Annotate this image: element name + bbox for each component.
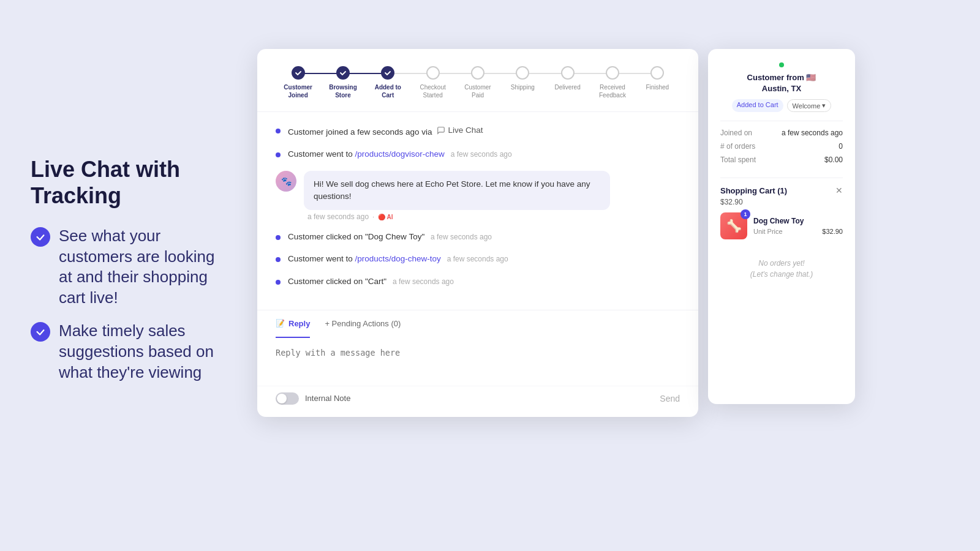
ai-message-row: 🐾 Hi! We sell dog chews here at Echo Pet… (276, 171, 680, 222)
step-customer-joined: CustomerJoined (276, 66, 320, 99)
step-circle-5 (471, 66, 484, 80)
joined-value: a few seconds ago (782, 129, 843, 137)
right-panel: Customer from 🇺🇸Austin, TX Added to Cart… (708, 49, 855, 404)
no-orders-line1: No orders yet! (720, 258, 843, 269)
spent-value: $0.00 (824, 156, 843, 164)
step-label-3: Added toCart (375, 83, 401, 99)
cart-item: 🦴 1 Dog Chew Toy Unit Price $32.90 (720, 212, 843, 239)
messages-area: Customer joined a few seconds ago via Li… (257, 112, 698, 310)
activity-dot-2 (276, 152, 281, 157)
chat-panel: CustomerJoined BrowsingStore (257, 49, 698, 417)
product-link-2[interactable]: /products/dog-chew-toy (355, 254, 441, 263)
activity-dot-4 (276, 257, 281, 262)
activity-dot-5 (276, 280, 281, 285)
main-area: CustomerJoined BrowsingStore (257, 0, 980, 551)
customer-location: Customer from 🇺🇸Austin, TX (720, 72, 843, 94)
tab-reply[interactable]: 📝 Reply (276, 310, 310, 338)
activity-text-3: Customer clicked on "Dog Chew Toy" a few… (288, 231, 492, 243)
ai-avatar: 🐾 (276, 171, 296, 192)
internal-note-label: Internal Note (305, 394, 350, 403)
activity-dot-3 (276, 235, 281, 240)
feature-item-1: See what your customers are looking at a… (31, 226, 227, 309)
stat-joined: Joined on a few seconds ago (720, 129, 843, 137)
step-label-1: CustomerJoined (284, 83, 312, 99)
orders-label: # of orders (720, 142, 755, 151)
step-browsing-store: BrowsingStore (320, 66, 365, 99)
step-added-to-cart: Added toCart (366, 66, 410, 99)
orders-value: 0 (839, 142, 843, 151)
cart-header: Shopping Cart (1) ✕ (720, 186, 843, 195)
step-circle-2 (336, 66, 350, 80)
reply-textarea[interactable] (276, 348, 680, 378)
step-label-8: ReceivedFeedback (599, 83, 626, 99)
page-title: Live Chat with Tracking (31, 156, 227, 209)
activity-text-1: Customer joined a few seconds ago via Li… (288, 124, 483, 138)
step-label-9: Finished (646, 83, 669, 91)
internal-note-toggle: Internal Note (276, 392, 350, 405)
activity-product-1: Customer went to /products/dogvisor-chew… (276, 148, 680, 160)
step-received-feedback: ReceivedFeedback (590, 66, 635, 99)
product-link-1[interactable]: /products/dogvisor-chew (355, 149, 445, 159)
tab-pending-actions[interactable]: + Pending Actions (0) (325, 310, 401, 338)
step-delivered: Delivered (545, 66, 590, 91)
customer-stats: Joined on a few seconds ago # of orders … (720, 121, 843, 169)
feature-item-2: Make timely sales suggestions based on w… (31, 321, 227, 383)
reply-tabs: 📝 Reply + Pending Actions (0) (257, 310, 698, 338)
ai-badge: 🔴 AI (378, 214, 393, 220)
activity-click-cart: Customer clicked on "Cart" a few seconds… (276, 276, 680, 288)
step-circle-3 (381, 66, 394, 80)
toggle-knob (277, 394, 287, 403)
step-shipping: Shipping (500, 66, 545, 91)
step-label-4: CheckoutStarted (420, 83, 446, 99)
ai-bubble-text: Hi! We sell dog chews here at Echo Pet S… (314, 178, 600, 203)
step-circle-4 (426, 66, 440, 80)
shopping-cart-section: Shopping Cart (1) ✕ $32.90 🦴 1 Dog Chew … (720, 178, 843, 239)
stat-spent: Total spent $0.00 (720, 156, 843, 164)
progress-bar-container: CustomerJoined BrowsingStore (257, 49, 698, 112)
step-label-6: Shipping (511, 83, 535, 91)
activity-joined: Customer joined a few seconds ago via Li… (276, 124, 680, 138)
check-icon-1 (31, 227, 50, 247)
feature-list: See what your customers are looking at a… (31, 226, 227, 383)
step-circle-8 (606, 66, 619, 80)
step-circle-1 (292, 66, 305, 80)
cart-total: $32.90 (720, 198, 843, 206)
unit-price-label: Unit Price (753, 228, 783, 235)
no-orders-line2: (Let's change that.) (720, 269, 843, 280)
product-price-row: Unit Price $32.90 (753, 228, 843, 235)
reply-input-area (257, 338, 698, 386)
check-icon-2 (31, 322, 50, 342)
step-label-7: Delivered (555, 83, 581, 91)
activity-dot-1 (276, 129, 281, 133)
send-button[interactable]: Send (660, 394, 680, 403)
step-label-2: BrowsingStore (329, 83, 357, 99)
tag-welcome: Welcome ▾ (787, 99, 832, 112)
unit-price-value: $32.90 (822, 228, 843, 235)
stat-orders: # of orders 0 (720, 142, 843, 151)
product-info: Dog Chew Toy Unit Price $32.90 (753, 217, 843, 235)
spent-label: Total spent (720, 156, 756, 164)
step-finished: Finished (635, 66, 680, 91)
no-orders-section: No orders yet! (Let's change that.) (720, 258, 843, 280)
product-name: Dog Chew Toy (753, 217, 843, 225)
chevron-down-icon-cart[interactable]: ✕ (835, 186, 843, 195)
internal-note-switch[interactable] (276, 392, 299, 405)
reply-footer: Internal Note Send (257, 386, 698, 417)
step-checkout-started: CheckoutStarted (410, 66, 455, 99)
ai-message-meta: a few seconds ago · 🔴 AI (304, 212, 610, 221)
customer-online-dot (779, 62, 784, 67)
feature-text-2: Make timely sales suggestions based on w… (59, 321, 227, 383)
step-customer-paid: CustomerPaid (455, 66, 500, 99)
activity-text-4: Customer went to /products/dog-chew-toy … (288, 253, 508, 265)
activity-product-2: Customer went to /products/dog-chew-toy … (276, 253, 680, 265)
tag-added-to-cart: Added to Cart (732, 99, 783, 112)
progress-steps: CustomerJoined BrowsingStore (276, 66, 680, 99)
chevron-down-icon: ▾ (822, 102, 826, 110)
product-thumbnail: 🦴 1 (720, 212, 747, 239)
joined-label: Joined on (720, 129, 752, 137)
feature-text-1: See what your customers are looking at a… (59, 226, 227, 309)
step-circle-9 (650, 66, 664, 80)
left-panel: Live Chat with Tracking See what your cu… (0, 119, 257, 432)
product-quantity-badge: 1 (741, 209, 750, 219)
customer-tags: Added to Cart Welcome ▾ (720, 99, 843, 112)
